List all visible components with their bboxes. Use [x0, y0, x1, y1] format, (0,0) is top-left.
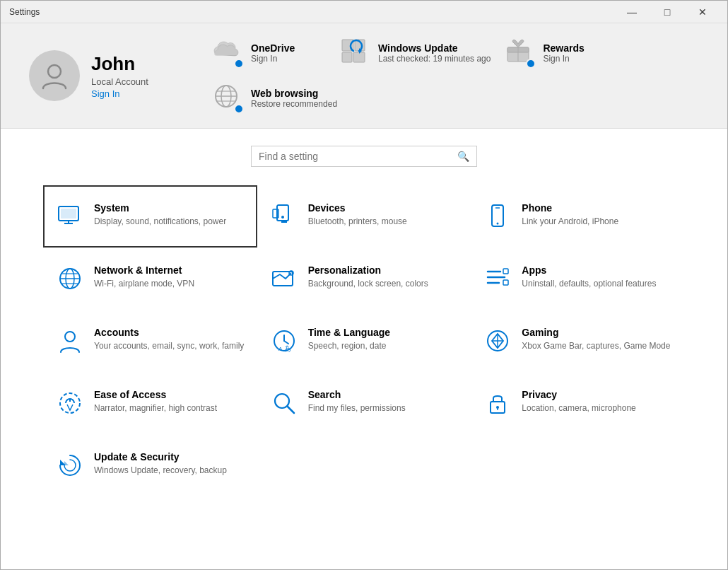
personalization-text: Personalization Background, lock screen,…	[308, 264, 428, 290]
close-button[interactable]: ✕	[686, 1, 719, 23]
time-language-title: Time & Language	[308, 327, 390, 338]
onedrive-subtitle: Sign In	[251, 54, 295, 64]
svg-rect-36	[503, 280, 508, 285]
web-browsing-text: Web browsing Restore recommended	[251, 88, 337, 109]
network-icon	[56, 264, 84, 293]
update-security-subtitle: Windows Update, recovery, backup	[94, 465, 227, 477]
settings-item-devices[interactable]: Devices Bluetooth, printers, mouse	[257, 185, 471, 248]
rewards-text: Rewards Sign In	[543, 42, 584, 64]
user-account: Local Account	[91, 76, 148, 87]
search-box[interactable]: 🔍	[251, 146, 477, 167]
maximize-button[interactable]: □	[651, 1, 683, 23]
header-banner: John Local Account Sign In OneDrive Sign…	[1, 23, 727, 129]
svg-text:A: A	[278, 346, 283, 352]
svg-point-0	[48, 65, 61, 78]
system-icon	[56, 202, 84, 231]
rewards-icon-wrap	[505, 37, 536, 69]
rewards-subtitle: Sign In	[543, 54, 584, 64]
settings-item-system[interactable]: System Display, sound, notifications, po…	[43, 185, 257, 248]
web-browsing-badge	[234, 104, 244, 114]
ease-of-access-subtitle: Narrator, magnifier, high contrast	[94, 402, 217, 414]
privacy-icon	[483, 389, 512, 417]
windows-update-title: Windows Update	[378, 42, 491, 54]
gaming-icon	[483, 327, 512, 355]
svg-point-21	[281, 216, 284, 219]
phone-icon	[483, 202, 512, 231]
search-icon: 🔍	[457, 151, 469, 162]
rewards-badge	[526, 59, 536, 69]
ease-of-access-icon	[56, 389, 84, 417]
apps-icon	[483, 264, 512, 293]
settings-item-update-security[interactable]: Update & Security Windows Update, recove…	[43, 434, 257, 496]
gaming-title: Gaming	[522, 327, 670, 338]
minimize-button[interactable]: —	[616, 1, 648, 23]
update-security-title: Update & Security	[94, 451, 227, 463]
search-settings-subtitle: Find my files, permissions	[308, 402, 406, 414]
ease-of-access-text: Ease of Access Narrator, magnifier, high…	[94, 389, 217, 414]
web-browsing-icon-wrap	[213, 83, 244, 114]
time-language-subtitle: Speech, region, date	[308, 340, 390, 352]
svg-point-37	[65, 332, 75, 342]
svg-point-48	[275, 394, 289, 408]
update-security-text: Update & Security Windows Update, recove…	[94, 451, 227, 477]
svg-rect-3	[342, 52, 352, 62]
devices-text: Devices Bluetooth, printers, mouse	[308, 202, 407, 228]
web-browsing-title: Web browsing	[251, 88, 337, 99]
user-signin-link[interactable]: Sign In	[91, 88, 148, 99]
onedrive-title: OneDrive	[251, 42, 295, 54]
svg-text:あ: あ	[284, 344, 291, 352]
windows-update-subtitle: Last checked: 19 minutes ago	[378, 54, 491, 64]
settings-item-gaming[interactable]: Gaming Xbox Game Bar, captures, Game Mod…	[471, 310, 685, 372]
avatar	[29, 50, 80, 101]
system-text: System Display, sound, notifications, po…	[94, 202, 226, 228]
search-settings-title: Search	[308, 389, 406, 400]
settings-grid: System Display, sound, notifications, po…	[1, 178, 727, 504]
privacy-title: Privacy	[522, 389, 635, 400]
network-text: Network & Internet Wi-Fi, airplane mode,…	[94, 264, 194, 290]
header-item-windows-update[interactable]: Windows Update Last checked: 19 minutes …	[340, 37, 491, 69]
settings-item-apps[interactable]: Apps Uninstall, defaults, optional featu…	[471, 248, 685, 310]
ease-of-access-title: Ease of Access	[94, 389, 217, 400]
header-item-rewards[interactable]: Rewards Sign In	[505, 37, 618, 69]
header-service-items: OneDrive Sign In Windows Update Last che…	[213, 37, 699, 114]
rewards-title: Rewards	[543, 42, 584, 54]
settings-item-personalization[interactable]: Personalization Background, lock screen,…	[257, 248, 471, 310]
apps-subtitle: Uninstall, defaults, optional features	[522, 278, 656, 290]
window-controls: — □ ✕	[616, 1, 719, 23]
title-bar: Settings — □ ✕	[1, 1, 727, 23]
privacy-subtitle: Location, camera, microphone	[522, 402, 635, 414]
user-name: John	[91, 53, 148, 75]
time-language-icon: A あ	[270, 327, 298, 355]
gaming-subtitle: Xbox Game Bar, captures, Game Mode	[522, 340, 670, 352]
network-subtitle: Wi-Fi, airplane mode, VPN	[94, 278, 194, 290]
svg-line-40	[284, 341, 288, 344]
search-input[interactable]	[259, 151, 452, 162]
settings-item-network[interactable]: Network & Internet Wi-Fi, airplane mode,…	[43, 248, 257, 310]
settings-item-accounts[interactable]: Accounts Your accounts, email, sync, wor…	[43, 310, 257, 372]
settings-item-ease-of-access[interactable]: Ease of Access Narrator, magnifier, high…	[43, 372, 257, 434]
windows-update-text: Windows Update Last checked: 19 minutes …	[378, 42, 491, 64]
settings-item-phone[interactable]: Phone Link your Android, iPhone	[471, 185, 685, 248]
settings-item-time-language[interactable]: A あ Time & Language Speech, region, date	[257, 310, 471, 372]
update-security-icon	[56, 451, 84, 479]
header-item-web-browsing[interactable]: Web browsing Restore recommended	[213, 83, 337, 114]
devices-title: Devices	[308, 202, 407, 214]
accounts-subtitle: Your accounts, email, sync, work, family	[94, 340, 244, 352]
apps-text: Apps Uninstall, defaults, optional featu…	[522, 264, 656, 290]
settings-item-privacy[interactable]: Privacy Location, camera, microphone	[471, 372, 685, 434]
avatar-icon	[39, 60, 70, 91]
privacy-text: Privacy Location, camera, microphone	[522, 389, 635, 414]
devices-subtitle: Bluetooth, printers, mouse	[308, 216, 407, 228]
system-subtitle: Display, sound, notifications, power	[94, 216, 226, 228]
app-title: Settings	[9, 7, 40, 17]
windows-update-icon-wrap	[340, 37, 371, 69]
devices-icon	[270, 202, 298, 231]
settings-item-search[interactable]: Search Find my files, permissions	[257, 372, 471, 434]
svg-rect-17	[61, 209, 76, 219]
windows-update-icon	[340, 37, 367, 64]
onedrive-icon-wrap	[213, 37, 244, 69]
gaming-text: Gaming Xbox Game Bar, captures, Game Mod…	[522, 327, 670, 352]
onedrive-text: OneDrive Sign In	[251, 42, 295, 64]
header-item-onedrive[interactable]: OneDrive Sign In	[213, 37, 326, 69]
search-settings-text: Search Find my files, permissions	[308, 389, 406, 414]
